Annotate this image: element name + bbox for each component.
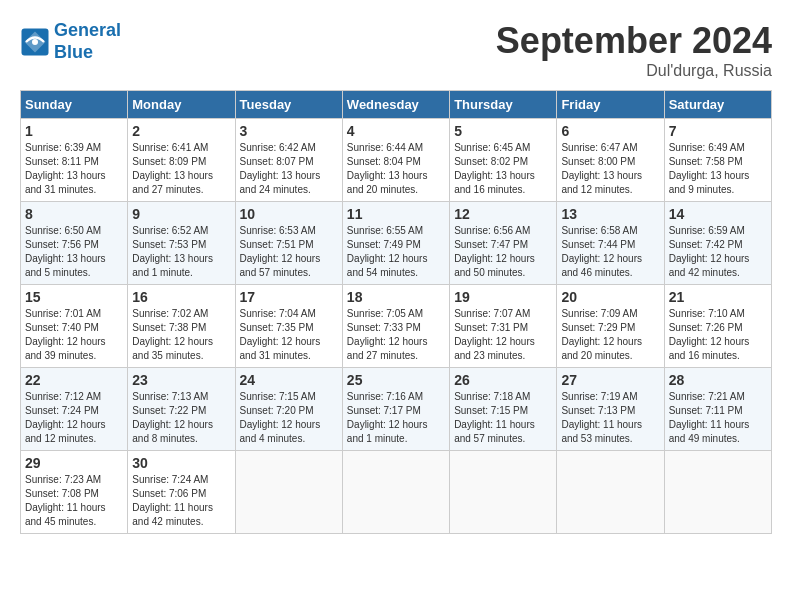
day-info: Sunrise: 6:50 AMSunset: 7:56 PMDaylight:… [25, 224, 123, 280]
calendar-day-cell [664, 451, 771, 534]
day-number: 28 [669, 372, 767, 388]
calendar-day-cell: 10Sunrise: 6:53 AMSunset: 7:51 PMDayligh… [235, 202, 342, 285]
day-number: 4 [347, 123, 445, 139]
calendar-body: 1Sunrise: 6:39 AMSunset: 8:11 PMDaylight… [21, 119, 772, 534]
day-info: Sunrise: 7:16 AMSunset: 7:17 PMDaylight:… [347, 390, 445, 446]
calendar-day-cell: 3Sunrise: 6:42 AMSunset: 8:07 PMDaylight… [235, 119, 342, 202]
weekday-header: Thursday [450, 91, 557, 119]
day-info: Sunrise: 6:41 AMSunset: 8:09 PMDaylight:… [132, 141, 230, 197]
day-number: 2 [132, 123, 230, 139]
calendar-day-cell: 4Sunrise: 6:44 AMSunset: 8:04 PMDaylight… [342, 119, 449, 202]
calendar-day-cell: 15Sunrise: 7:01 AMSunset: 7:40 PMDayligh… [21, 285, 128, 368]
day-number: 23 [132, 372, 230, 388]
logo-text: General Blue [54, 20, 121, 63]
day-info: Sunrise: 7:02 AMSunset: 7:38 PMDaylight:… [132, 307, 230, 363]
title-block: September 2024 Dul'durga, Russia [496, 20, 772, 80]
weekday-header: Monday [128, 91, 235, 119]
calendar-day-cell: 6Sunrise: 6:47 AMSunset: 8:00 PMDaylight… [557, 119, 664, 202]
calendar-day-cell: 7Sunrise: 6:49 AMSunset: 7:58 PMDaylight… [664, 119, 771, 202]
day-number: 14 [669, 206, 767, 222]
weekday-header: Saturday [664, 91, 771, 119]
day-info: Sunrise: 6:56 AMSunset: 7:47 PMDaylight:… [454, 224, 552, 280]
calendar-day-cell: 28Sunrise: 7:21 AMSunset: 7:11 PMDayligh… [664, 368, 771, 451]
day-info: Sunrise: 6:52 AMSunset: 7:53 PMDaylight:… [132, 224, 230, 280]
calendar-day-cell: 26Sunrise: 7:18 AMSunset: 7:15 PMDayligh… [450, 368, 557, 451]
day-number: 6 [561, 123, 659, 139]
calendar-day-cell: 18Sunrise: 7:05 AMSunset: 7:33 PMDayligh… [342, 285, 449, 368]
calendar-day-cell: 13Sunrise: 6:58 AMSunset: 7:44 PMDayligh… [557, 202, 664, 285]
day-info: Sunrise: 7:07 AMSunset: 7:31 PMDaylight:… [454, 307, 552, 363]
calendar-week-row: 8Sunrise: 6:50 AMSunset: 7:56 PMDaylight… [21, 202, 772, 285]
page-header: General Blue September 2024 Dul'durga, R… [20, 20, 772, 80]
calendar-day-cell: 22Sunrise: 7:12 AMSunset: 7:24 PMDayligh… [21, 368, 128, 451]
day-info: Sunrise: 7:05 AMSunset: 7:33 PMDaylight:… [347, 307, 445, 363]
calendar-day-cell: 16Sunrise: 7:02 AMSunset: 7:38 PMDayligh… [128, 285, 235, 368]
day-info: Sunrise: 7:10 AMSunset: 7:26 PMDaylight:… [669, 307, 767, 363]
calendar-day-cell: 29Sunrise: 7:23 AMSunset: 7:08 PMDayligh… [21, 451, 128, 534]
day-number: 17 [240, 289, 338, 305]
calendar-day-cell: 20Sunrise: 7:09 AMSunset: 7:29 PMDayligh… [557, 285, 664, 368]
day-info: Sunrise: 6:39 AMSunset: 8:11 PMDaylight:… [25, 141, 123, 197]
day-info: Sunrise: 6:53 AMSunset: 7:51 PMDaylight:… [240, 224, 338, 280]
day-number: 27 [561, 372, 659, 388]
calendar-header: SundayMondayTuesdayWednesdayThursdayFrid… [21, 91, 772, 119]
calendar-day-cell [342, 451, 449, 534]
day-number: 3 [240, 123, 338, 139]
day-info: Sunrise: 6:47 AMSunset: 8:00 PMDaylight:… [561, 141, 659, 197]
day-number: 29 [25, 455, 123, 471]
calendar-week-row: 1Sunrise: 6:39 AMSunset: 8:11 PMDaylight… [21, 119, 772, 202]
day-info: Sunrise: 7:19 AMSunset: 7:13 PMDaylight:… [561, 390, 659, 446]
day-info: Sunrise: 6:58 AMSunset: 7:44 PMDaylight:… [561, 224, 659, 280]
day-number: 5 [454, 123, 552, 139]
day-number: 9 [132, 206, 230, 222]
day-number: 15 [25, 289, 123, 305]
calendar-day-cell: 8Sunrise: 6:50 AMSunset: 7:56 PMDaylight… [21, 202, 128, 285]
day-number: 16 [132, 289, 230, 305]
day-number: 11 [347, 206, 445, 222]
calendar-day-cell: 24Sunrise: 7:15 AMSunset: 7:20 PMDayligh… [235, 368, 342, 451]
day-info: Sunrise: 7:01 AMSunset: 7:40 PMDaylight:… [25, 307, 123, 363]
calendar-day-cell: 17Sunrise: 7:04 AMSunset: 7:35 PMDayligh… [235, 285, 342, 368]
day-info: Sunrise: 6:44 AMSunset: 8:04 PMDaylight:… [347, 141, 445, 197]
location: Dul'durga, Russia [496, 62, 772, 80]
svg-point-2 [32, 39, 38, 45]
day-info: Sunrise: 7:09 AMSunset: 7:29 PMDaylight:… [561, 307, 659, 363]
day-info: Sunrise: 6:55 AMSunset: 7:49 PMDaylight:… [347, 224, 445, 280]
calendar-week-row: 15Sunrise: 7:01 AMSunset: 7:40 PMDayligh… [21, 285, 772, 368]
weekday-header: Wednesday [342, 91, 449, 119]
day-number: 20 [561, 289, 659, 305]
day-info: Sunrise: 6:49 AMSunset: 7:58 PMDaylight:… [669, 141, 767, 197]
weekday-header: Friday [557, 91, 664, 119]
day-info: Sunrise: 7:21 AMSunset: 7:11 PMDaylight:… [669, 390, 767, 446]
logo: General Blue [20, 20, 121, 63]
calendar-day-cell: 5Sunrise: 6:45 AMSunset: 8:02 PMDaylight… [450, 119, 557, 202]
day-number: 13 [561, 206, 659, 222]
calendar-day-cell: 23Sunrise: 7:13 AMSunset: 7:22 PMDayligh… [128, 368, 235, 451]
day-number: 26 [454, 372, 552, 388]
calendar-table: SundayMondayTuesdayWednesdayThursdayFrid… [20, 90, 772, 534]
day-number: 1 [25, 123, 123, 139]
day-info: Sunrise: 7:12 AMSunset: 7:24 PMDaylight:… [25, 390, 123, 446]
calendar-week-row: 29Sunrise: 7:23 AMSunset: 7:08 PMDayligh… [21, 451, 772, 534]
header-row: SundayMondayTuesdayWednesdayThursdayFrid… [21, 91, 772, 119]
day-number: 30 [132, 455, 230, 471]
calendar-day-cell: 30Sunrise: 7:24 AMSunset: 7:06 PMDayligh… [128, 451, 235, 534]
logo-icon [20, 27, 50, 57]
calendar-day-cell [450, 451, 557, 534]
day-number: 21 [669, 289, 767, 305]
day-number: 8 [25, 206, 123, 222]
day-info: Sunrise: 7:04 AMSunset: 7:35 PMDaylight:… [240, 307, 338, 363]
day-number: 25 [347, 372, 445, 388]
calendar-day-cell: 14Sunrise: 6:59 AMSunset: 7:42 PMDayligh… [664, 202, 771, 285]
calendar-day-cell: 12Sunrise: 6:56 AMSunset: 7:47 PMDayligh… [450, 202, 557, 285]
day-info: Sunrise: 6:45 AMSunset: 8:02 PMDaylight:… [454, 141, 552, 197]
calendar-day-cell: 27Sunrise: 7:19 AMSunset: 7:13 PMDayligh… [557, 368, 664, 451]
calendar-day-cell: 11Sunrise: 6:55 AMSunset: 7:49 PMDayligh… [342, 202, 449, 285]
weekday-header: Sunday [21, 91, 128, 119]
calendar-day-cell [235, 451, 342, 534]
day-info: Sunrise: 6:59 AMSunset: 7:42 PMDaylight:… [669, 224, 767, 280]
day-number: 24 [240, 372, 338, 388]
day-info: Sunrise: 7:15 AMSunset: 7:20 PMDaylight:… [240, 390, 338, 446]
calendar-day-cell: 25Sunrise: 7:16 AMSunset: 7:17 PMDayligh… [342, 368, 449, 451]
day-number: 22 [25, 372, 123, 388]
